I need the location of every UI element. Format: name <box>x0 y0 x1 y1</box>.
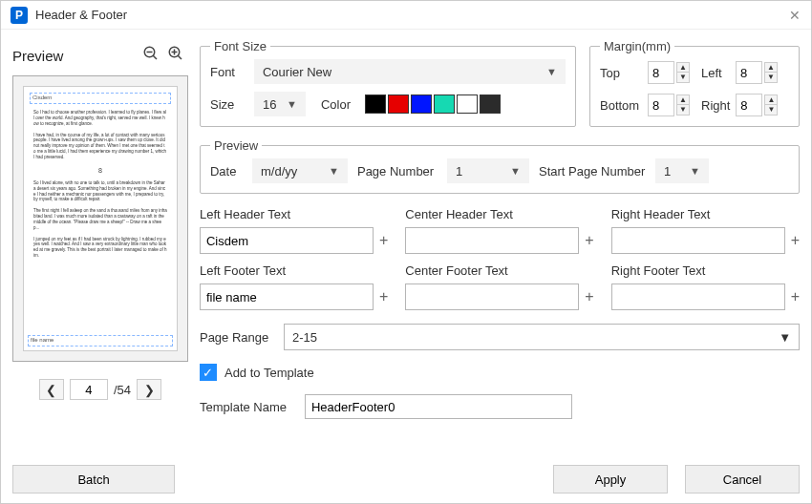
color-darkgray[interactable] <box>480 94 501 114</box>
font-size-group: Font Size Font Courier New ▼ Size 16 ▼ <box>200 39 576 127</box>
header-footer-dialog: P Header & Footer ✕ Preview Cisdem So I … <box>0 0 812 504</box>
chevron-down-icon: ▼ <box>690 165 700 177</box>
right-header-input[interactable] <box>611 227 785 254</box>
cancel-button[interactable]: Cancel <box>685 465 800 494</box>
add-center-footer-icon[interactable]: + <box>585 288 593 305</box>
color-label: Color <box>321 97 357 112</box>
margin-bottom-spinner[interactable]: ▲▼ <box>648 94 690 116</box>
date-format-select[interactable]: m/d/yy ▼ <box>252 158 348 183</box>
margin-top-label: Top <box>600 66 642 80</box>
spinner-down-icon[interactable]: ▼ <box>676 73 690 83</box>
preview-footer: file name <box>28 335 173 346</box>
pager: ❮ /54 ❯ <box>12 379 188 400</box>
start-page-value: 1 <box>664 164 671 178</box>
chevron-down-icon: ▼ <box>287 98 297 110</box>
right-footer-label: Right Footer Text <box>611 263 800 278</box>
zoom-out-icon[interactable] <box>139 45 163 66</box>
page-number-select[interactable]: 1 ▼ <box>447 158 529 183</box>
font-select-value: Courier New <box>263 65 331 79</box>
font-select[interactable]: Courier New ▼ <box>254 59 566 84</box>
chevron-down-icon: ▼ <box>546 66 557 77</box>
size-select-value: 16 <box>263 97 276 112</box>
batch-button[interactable]: Batch <box>12 465 175 494</box>
app-icon: P <box>11 7 28 24</box>
center-footer-input[interactable] <box>405 284 579 310</box>
spinner-down-icon[interactable]: ▼ <box>764 105 778 116</box>
zoom-in-icon[interactable] <box>163 45 188 66</box>
margin-legend: Margin(mm) <box>600 39 674 53</box>
font-size-legend: Font Size <box>210 39 270 53</box>
right-footer-input[interactable] <box>611 284 785 310</box>
left-header-input[interactable] <box>200 227 374 254</box>
page-number-input[interactable] <box>70 379 108 400</box>
preview-label: Preview <box>12 48 139 64</box>
font-label: Font <box>210 65 246 79</box>
page-total: /54 <box>114 383 131 397</box>
page-thumbnail: Cisdem So I had to choose another profes… <box>23 86 178 351</box>
spinner-up-icon[interactable]: ▲ <box>676 94 690 105</box>
add-to-template-label: Add to Template <box>224 366 314 380</box>
svg-line-4 <box>178 55 182 59</box>
margin-left-label: Left <box>701 66 730 80</box>
preview-panel: Preview Cisdem So I had to choose anothe… <box>12 39 188 494</box>
margin-bottom-label: Bottom <box>600 98 642 113</box>
header-footer-grid: Left Header Text + Center Header Text + … <box>200 207 800 310</box>
color-teal[interactable] <box>434 94 455 114</box>
margin-left-input[interactable] <box>736 61 762 84</box>
margin-right-spinner[interactable]: ▲▼ <box>736 94 778 116</box>
margin-top-input[interactable] <box>648 61 674 84</box>
add-center-header-icon[interactable]: + <box>585 232 593 249</box>
spinner-up-icon[interactable]: ▲ <box>676 62 690 73</box>
window-title: Header & Footer <box>35 8 788 22</box>
color-white[interactable] <box>457 94 478 114</box>
preview-body: So I had to choose another profession. I… <box>30 108 171 266</box>
color-black[interactable] <box>365 94 386 114</box>
page-range-select[interactable]: 2-15 ▼ <box>284 324 800 350</box>
add-to-template-checkbox[interactable]: ✓ <box>200 364 217 381</box>
center-footer-label: Center Footer Text <box>405 263 593 278</box>
spinner-down-icon[interactable]: ▼ <box>676 105 690 116</box>
color-blue[interactable] <box>411 94 432 114</box>
page-preview: Cisdem So I had to choose another profes… <box>12 75 188 362</box>
chevron-down-icon: ▼ <box>779 330 791 345</box>
spinner-up-icon[interactable]: ▲ <box>764 62 778 73</box>
margin-bottom-input[interactable] <box>648 94 674 116</box>
page-number-value: 1 <box>456 164 462 178</box>
color-red[interactable] <box>388 94 409 114</box>
prev-page-button[interactable]: ❮ <box>39 379 64 400</box>
color-swatches <box>365 94 501 114</box>
close-icon[interactable]: ✕ <box>788 9 801 22</box>
margin-left-spinner[interactable]: ▲▼ <box>736 61 778 84</box>
date-label: Date <box>210 164 243 178</box>
page-range-value: 2-15 <box>292 330 317 345</box>
center-header-label: Center Header Text <box>405 207 593 221</box>
size-select[interactable]: 16 ▼ <box>254 92 306 116</box>
add-right-footer-icon[interactable]: + <box>791 288 800 305</box>
next-page-button[interactable]: ❯ <box>137 379 161 400</box>
margin-right-input[interactable] <box>736 94 762 116</box>
size-label: Size <box>210 97 246 112</box>
center-header-input[interactable] <box>405 227 579 254</box>
add-left-footer-icon[interactable]: + <box>379 288 388 305</box>
titlebar: P Header & Footer ✕ <box>1 1 811 30</box>
preview-header: Cisdem <box>30 93 171 104</box>
left-footer-input[interactable] <box>200 284 374 310</box>
margin-group: Margin(mm) Top ▲▼ Left ▲▼ <box>589 39 800 127</box>
preview-legend: Preview <box>210 138 262 153</box>
settings-panel: Font Size Font Courier New ▼ Size 16 ▼ <box>200 39 800 494</box>
margin-top-spinner[interactable]: ▲▼ <box>648 61 690 84</box>
page-range-label: Page Range <box>200 330 274 345</box>
add-left-header-icon[interactable]: + <box>379 232 388 249</box>
start-page-select[interactable]: 1 ▼ <box>655 158 709 183</box>
page-number-label: Page Number <box>357 164 438 178</box>
left-header-label: Left Header Text <box>200 207 388 221</box>
right-header-label: Right Header Text <box>611 207 800 221</box>
chevron-down-icon: ▼ <box>329 165 339 177</box>
spinner-up-icon[interactable]: ▲ <box>764 94 778 105</box>
add-right-header-icon[interactable]: + <box>791 232 800 249</box>
apply-button[interactable]: Apply <box>553 465 668 494</box>
spinner-down-icon[interactable]: ▼ <box>764 73 778 83</box>
template-name-input[interactable] <box>305 394 572 419</box>
date-format-value: m/d/yy <box>261 164 297 178</box>
start-page-label: Start Page Number <box>539 164 646 178</box>
